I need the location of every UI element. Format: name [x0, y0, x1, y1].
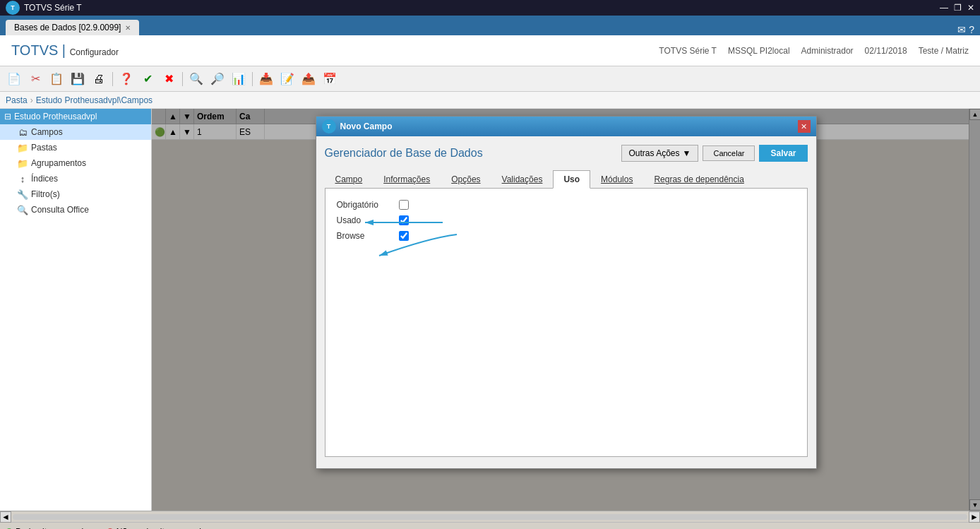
filtros-icon: 🔧	[17, 189, 28, 200]
status-text-nao-pode: Não pode alterar a ordem	[116, 527, 213, 530]
toolbar: 📄 ✂ 📋 💾 🖨 ❓ ✔ ✖ 🔍 🔎 📊 📥 📝 📤 📅	[0, 66, 980, 92]
modal-header-row: Gerenciador de Base de Dados Outras Açõe…	[325, 145, 808, 162]
tab-validacoes[interactable]: Validações	[491, 170, 554, 189]
modal: T Novo Campo ✕ Gerenciador de Base de Da…	[316, 116, 817, 469]
toolbar-confirm[interactable]: ✔	[138, 69, 157, 89]
sidebar-toggle-icon[interactable]: ⊟	[4, 112, 11, 121]
sidebar-label-indices: Índices	[31, 174, 58, 184]
outras-acoes-button[interactable]: Outras Ações ▼	[621, 145, 699, 162]
label-obrigatorio: Obrigatório	[337, 200, 393, 210]
check-row-usado: Usado	[337, 215, 796, 225]
sidebar-item-agrupamentos[interactable]: 📁 Agrupamentos	[0, 155, 151, 171]
indices-icon: ↕	[17, 174, 28, 184]
minimize-button[interactable]: —	[940, 3, 948, 13]
toolbar-search2[interactable]: 🔎	[208, 69, 227, 89]
header-date: 02/11/2018	[865, 46, 907, 56]
scroll-right-btn[interactable]: ►	[969, 511, 980, 523]
header-app: TOTVS Série T	[659, 46, 717, 56]
close-button[interactable]: ✕	[967, 3, 974, 13]
modal-titlebar: T Novo Campo ✕	[316, 117, 816, 136]
toolbar-sep1	[112, 72, 113, 86]
sidebar-root-label: Estudo Protheusadvpl	[14, 112, 97, 121]
sidebar: ⊟ Estudo Protheusadvpl 🗂 Campos 📁 Pastas…	[0, 109, 152, 511]
tab-bases-dados[interactable]: Bases de Dados [02.9.0099] ✕	[6, 20, 139, 35]
sidebar-label-filtros: Filtro(s)	[31, 189, 60, 199]
tab-label: Bases de Dados [02.9.0099]	[14, 23, 121, 32]
tab-modulos[interactable]: Módulos	[590, 170, 643, 189]
checkbox-usado[interactable]	[399, 215, 409, 225]
check-row-obrigatorio: Obrigatório	[337, 200, 796, 210]
sidebar-item-consulta[interactable]: 🔍 Consulta Office	[0, 202, 151, 218]
header-env: Teste / Matriz	[919, 46, 969, 56]
tab-informacoes[interactable]: Informações	[373, 170, 441, 189]
app-header: TOTVS | Configurador TOTVS Série T MSSQL…	[0, 35, 980, 66]
tab-bar-icons: ✉ ?	[957, 24, 980, 35]
tab-uso[interactable]: Uso	[553, 170, 590, 189]
help-icon[interactable]: ?	[969, 24, 974, 35]
scroll-left-btn[interactable]: ◄	[0, 511, 11, 523]
tab-close-icon[interactable]: ✕	[125, 24, 131, 32]
tab-bar: Bases de Dados [02.9.0099] ✕ ✉ ?	[0, 16, 980, 35]
breadcrumb-sep: ›	[30, 95, 33, 105]
sidebar-header: ⊟ Estudo Protheusadvpl	[0, 109, 151, 124]
toolbar-cut[interactable]: ✂	[25, 69, 45, 89]
maximize-button[interactable]: ❐	[954, 3, 962, 13]
toolbar-search[interactable]: 🔍	[186, 69, 206, 89]
tab-opcoes[interactable]: Opções	[441, 170, 491, 189]
toolbar-calendar[interactable]: 📅	[320, 69, 340, 89]
sidebar-label-consulta: Consulta Office	[31, 205, 89, 215]
breadcrumb-pasta[interactable]: Pasta	[6, 95, 28, 105]
toolbar-export[interactable]: 📤	[299, 69, 318, 89]
sidebar-item-filtros[interactable]: 🔧 Filtro(s)	[0, 186, 151, 202]
toolbar-help[interactable]: ❓	[116, 69, 136, 89]
tab-campo[interactable]: Campo	[325, 170, 374, 189]
toolbar-print[interactable]: 🖨	[89, 69, 109, 89]
window-title: TOTVS Série T	[24, 3, 82, 13]
toolbar-import[interactable]: 📥	[256, 69, 276, 89]
modal-title-left: T Novo Campo	[322, 119, 393, 133]
h-scroll-track	[13, 514, 967, 520]
breadcrumb-campos[interactable]: Estudo Protheusadvpl\Campos	[36, 95, 153, 105]
modal-close-button[interactable]: ✕	[798, 120, 811, 133]
status-bar: Pode alterar a ordem Não pode alterar a …	[0, 522, 980, 529]
sidebar-item-pastas[interactable]: 📁 Pastas	[0, 140, 151, 155]
header-user: Administrador	[801, 46, 854, 56]
salvar-button[interactable]: Salvar	[759, 145, 807, 162]
main-area: ⊟ Estudo Protheusadvpl 🗂 Campos 📁 Pastas…	[0, 109, 980, 511]
sidebar-label-campos: Campos	[31, 127, 63, 137]
breadcrumb-bar: Pasta › Estudo Protheusadvpl\Campos	[0, 92, 980, 109]
status-item-pode: Pode alterar a ordem	[6, 527, 95, 530]
sidebar-label-pastas: Pastas	[31, 143, 57, 153]
toolbar-edit[interactable]: 📝	[277, 69, 297, 89]
agrupamentos-icon: 📁	[17, 158, 28, 169]
tab-regras[interactable]: Regras de dependência	[643, 170, 754, 189]
modal-section-title: Gerenciador de Base de Dados	[325, 147, 483, 160]
toolbar-sep3	[252, 72, 253, 86]
window-controls[interactable]: — ❐ ✕	[940, 3, 974, 13]
modal-action-btns: Outras Ações ▼ Cancelar Salvar	[621, 145, 808, 162]
toolbar-filter[interactable]: 📊	[229, 69, 249, 89]
sidebar-item-campos[interactable]: 🗂 Campos	[0, 124, 151, 140]
title-bar-left: T TOTVS Série T	[6, 1, 82, 15]
toolbar-sep2	[182, 72, 183, 86]
toolbar-copy[interactable]: 📋	[47, 69, 66, 89]
toolbar-cancel[interactable]: ✖	[159, 69, 179, 89]
toolbar-paste[interactable]: 💾	[68, 69, 88, 89]
header-info: TOTVS Série T MSSQL PI2local Administrad…	[659, 46, 969, 56]
consulta-icon: 🔍	[17, 205, 28, 215]
app-logo: T	[6, 1, 20, 15]
checkbox-obrigatorio[interactable]	[399, 200, 409, 210]
modal-overlay: T Novo Campo ✕ Gerenciador de Base de Da…	[152, 109, 980, 511]
app-title: TOTVS | Configurador	[11, 42, 119, 59]
modal-logo: T	[322, 119, 336, 133]
tab-content-uso: Obrigatório Usado	[325, 189, 808, 457]
mail-icon[interactable]: ✉	[957, 24, 966, 35]
status-text-pode: Pode alterar a ordem	[16, 527, 95, 530]
toolbar-new[interactable]: 📄	[4, 69, 24, 89]
h-scrollbar[interactable]: ◄ ►	[0, 511, 980, 522]
checkbox-browse[interactable]	[399, 231, 409, 241]
cancelar-button[interactable]: Cancelar	[703, 145, 755, 161]
status-item-nao-pode: Não pode alterar a ordem	[107, 527, 213, 530]
modal-title: Novo Campo	[340, 121, 393, 131]
sidebar-item-indices[interactable]: ↕ Índices	[0, 171, 151, 186]
